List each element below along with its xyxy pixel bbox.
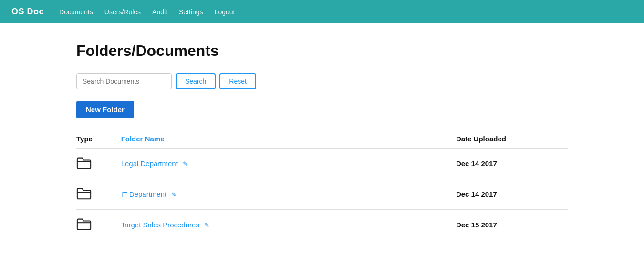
table-row: Target Sales Procedures ✎ Dec 15 2017: [76, 210, 568, 240]
folder-name-cell: Legal Department ✎: [121, 148, 456, 179]
edit-icon[interactable]: ✎: [171, 191, 177, 198]
new-folder-button[interactable]: New Folder: [76, 101, 134, 118]
date-cell: Dec 14 2017: [456, 148, 568, 179]
folder-icon: [76, 193, 92, 202]
nav-audit[interactable]: Audit: [152, 8, 167, 16]
date-cell: Dec 14 2017: [456, 179, 568, 210]
search-input[interactable]: [76, 73, 172, 89]
search-button[interactable]: Search: [176, 73, 216, 89]
folders-table: Type Folder Name Date Uploaded Legal Dep…: [76, 130, 568, 240]
header-type: Type: [76, 130, 121, 148]
folder-name-cell: IT Department ✎: [121, 179, 456, 210]
table-header-row: Type Folder Name Date Uploaded: [76, 130, 568, 148]
reset-button[interactable]: Reset: [219, 73, 256, 89]
folder-link[interactable]: IT Department: [121, 190, 167, 198]
nav-settings[interactable]: Settings: [179, 8, 203, 16]
folder-link[interactable]: Legal Department: [121, 160, 178, 168]
folder-icon: [76, 224, 92, 232]
navbar: OS Doc Documents Users/Roles Audit Setti…: [0, 0, 644, 23]
folder-name-cell: Target Sales Procedures ✎: [121, 210, 456, 240]
folder-link[interactable]: Target Sales Procedures: [121, 221, 199, 229]
nav-documents[interactable]: Documents: [59, 8, 93, 16]
folder-icon: [76, 163, 92, 171]
table-row: Legal Department ✎ Dec 14 2017: [76, 148, 568, 179]
edit-icon[interactable]: ✎: [183, 161, 188, 168]
folder-icon-cell: [76, 148, 121, 179]
header-date-uploaded: Date Uploaded: [456, 130, 568, 148]
nav-logout[interactable]: Logout: [215, 8, 235, 16]
search-row: Search Reset: [76, 73, 568, 89]
nav-users-roles[interactable]: Users/Roles: [104, 8, 141, 16]
edit-icon[interactable]: ✎: [204, 222, 209, 229]
date-cell: Dec 15 2017: [456, 210, 568, 240]
main-content: Folders/Documents Search Reset New Folde…: [0, 23, 644, 259]
table-row: IT Department ✎ Dec 14 2017: [76, 179, 568, 210]
nav-links: Documents Users/Roles Audit Settings Log…: [59, 8, 235, 16]
folder-icon-cell: [76, 210, 121, 240]
header-folder-name: Folder Name: [121, 130, 456, 148]
page-title: Folders/Documents: [76, 42, 568, 60]
new-folder-row: New Folder: [76, 101, 568, 130]
folder-icon-cell: [76, 179, 121, 210]
app-brand: OS Doc: [11, 7, 44, 17]
